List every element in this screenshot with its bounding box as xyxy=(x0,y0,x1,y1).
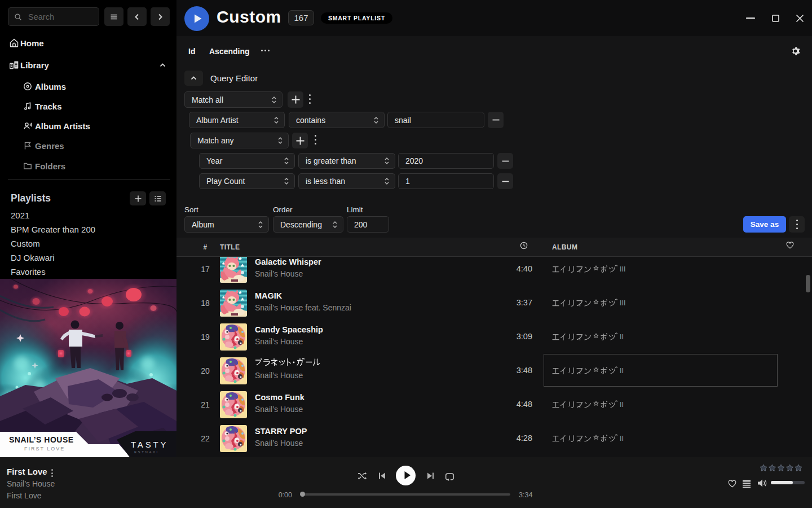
svg-text:II: II xyxy=(620,401,624,409)
svg-text:FIRST LOVE: FIRST LOVE xyxy=(24,446,65,452)
svg-text:ESTNAXI: ESTNAXI xyxy=(134,450,159,454)
svg-text:SNAIL’S HOUSE: SNAIL’S HOUSE xyxy=(9,435,74,444)
svg-text:II: II xyxy=(620,333,624,341)
svg-text:III: III xyxy=(620,265,625,273)
svg-text:II: II xyxy=(620,435,624,443)
svg-text:III: III xyxy=(620,299,625,307)
svg-text:TASTY: TASTY xyxy=(131,440,168,449)
